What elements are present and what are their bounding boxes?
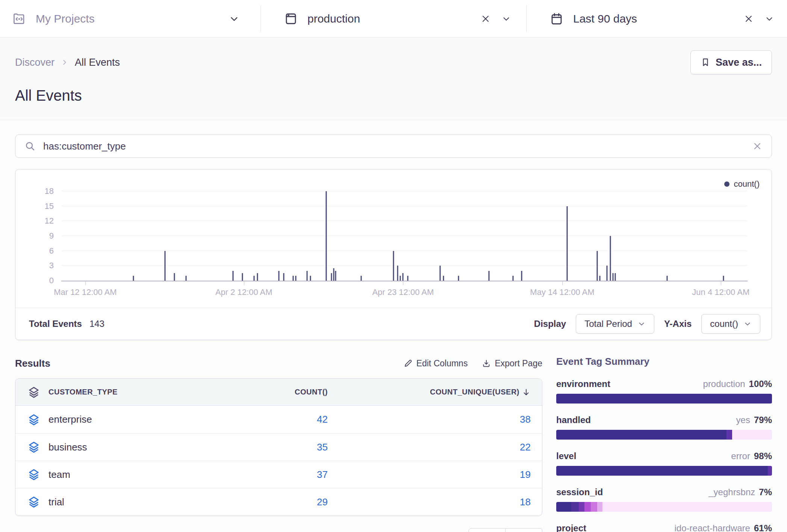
table-header-row: CUSTOMER_TYPE COUNT() COUNT_UNIQUE(USER) [15,379,542,406]
save-as-label: Save as... [716,57,762,68]
tag-label-line: handledyes79% [556,415,772,425]
tag-distribution-bar[interactable] [556,466,772,476]
yaxis-dropdown-value: count() [710,319,738,329]
cell-count-unique-user-link[interactable]: 22 [339,441,542,453]
chart-spike [283,273,284,281]
tag-key: level [556,451,576,461]
clear-date-icon[interactable] [743,14,754,24]
search-bar[interactable]: has:customer_type [15,135,772,158]
breadcrumb-chevron-icon [61,58,69,66]
yaxis-dropdown[interactable]: count() [701,314,760,334]
search-input[interactable]: has:customer_type [43,141,745,152]
tag-key: session_id [556,487,603,497]
chart-x-tick-label: Apr 2 12:00 AM [215,287,272,297]
chart-spike [723,276,724,281]
pagination-next-button[interactable] [505,528,542,532]
tag-bar-segment [556,502,571,512]
tag-bar-segment [732,430,772,440]
edit-columns-button[interactable]: Edit Columns [404,358,468,369]
chart-spike [333,268,334,281]
tag-summary-row: session_id_yeghrsbnz7% [556,487,772,512]
events-chart-panel: count() 0369121518 Mar 12 12:00 AMApr 2 … [15,169,772,340]
display-dropdown-value: Total Period [584,319,632,329]
chart-spike [606,266,607,281]
tag-label-line: levelerror98% [556,451,772,461]
search-clear-icon[interactable] [752,141,763,151]
events-time-chart[interactable]: 0369121518 [61,191,748,281]
export-page-button[interactable]: Export Page [482,358,542,369]
display-dropdown[interactable]: Total Period [576,314,654,334]
cell-count-link[interactable]: 37 [245,469,339,481]
pagination-prev-button[interactable] [469,528,505,532]
search-icon [24,141,36,152]
pencil-icon [404,359,413,368]
column-header-customer-type[interactable]: CUSTOMER_TYPE [42,388,245,396]
chart-spike [403,273,404,281]
window-icon [284,12,298,26]
cell-count-link[interactable]: 35 [245,441,339,453]
tag-top-value: ido-react-hardware61% [675,523,772,532]
tag-summary-row: handledyes79% [556,415,772,440]
project-selector[interactable]: My Projects [0,0,260,37]
tag-summary-row: environmentproduction100% [556,379,772,404]
cell-count-link[interactable]: 29 [245,496,339,508]
chart-spike [400,276,401,281]
total-events-value: 143 [89,319,104,329]
tag-percentage: 7% [759,487,772,497]
total-events-label: Total Events [29,319,82,329]
cell-count-unique-user-link[interactable]: 38 [339,414,542,425]
global-filter-bar: My Projects production [0,0,787,38]
cell-customer-type: trial [42,496,245,508]
chart-x-tick-label: May 14 12:00 AM [530,287,594,297]
event-tag-summary: Event Tag Summary environmentproduction1… [556,355,772,532]
stack-icon [15,468,42,481]
tag-top-value: yes79% [736,415,772,425]
chevron-down-icon[interactable] [229,13,240,24]
tag-distribution-bar[interactable] [556,430,772,440]
results-table: CUSTOMER_TYPE COUNT() COUNT_UNIQUE(USER)… [15,378,542,516]
tag-bar-segment [556,466,768,476]
chart-spike [614,273,616,281]
chart-spike [133,276,134,281]
tag-value: error [731,451,750,461]
display-label: Display [534,319,566,329]
chart-y-tick-label: 6 [24,246,54,256]
date-range-selector[interactable]: Last 90 days [527,0,787,37]
tag-bar-segment [584,502,591,512]
chart-spike [397,266,398,281]
chart-gridline [61,236,748,236]
bookmark-icon [701,57,710,67]
chart-gridline [61,206,748,206]
clear-environment-icon[interactable] [480,14,491,24]
chart-spike [174,273,175,281]
breadcrumb-discover[interactable]: Discover [15,57,54,68]
tag-key: project [556,523,586,532]
chart-x-tick [562,281,563,285]
chart-footer: Total Events 143 Display Total Period Y-… [15,308,772,340]
table-row: team3719 [15,461,542,488]
chart-spike [331,273,332,281]
calendar-icon [550,12,563,26]
chart-gridline [61,221,748,221]
chart-spike [610,236,611,281]
tag-distribution-bar[interactable] [556,394,772,404]
chart-spike [257,273,258,281]
tag-value: _yeghrsbnz [708,487,755,497]
environment-selector[interactable]: production [261,0,526,37]
chart-spike [613,273,614,281]
cell-count-unique-user-link[interactable]: 19 [339,469,542,481]
cell-count-unique-user-link[interactable]: 18 [339,496,542,508]
tag-distribution-bar[interactable] [556,502,772,512]
chevron-down-icon[interactable] [764,14,774,24]
tag-label-line: projectido-react-hardware61% [556,523,772,532]
cell-count-link[interactable]: 42 [245,414,339,425]
tag-value: yes [736,415,750,425]
chart-x-tick-label: Jun 4 12:00 AM [692,287,749,297]
breadcrumb-all-events: All Events [75,57,120,68]
column-header-count-unique-user[interactable]: COUNT_UNIQUE(USER) [430,388,519,396]
column-header-count[interactable]: COUNT() [295,388,328,396]
chevron-down-icon[interactable] [501,14,511,24]
save-as-button[interactable]: Save as... [690,50,772,74]
tag-bar-segment [571,502,579,512]
tag-value: production [703,379,745,389]
